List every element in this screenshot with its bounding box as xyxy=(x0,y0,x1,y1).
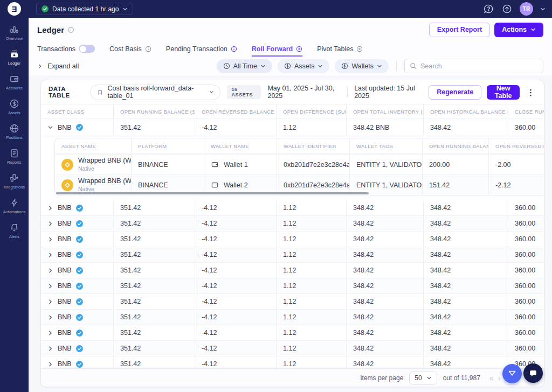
upload-icon[interactable] xyxy=(501,3,513,15)
table-row[interactable]: BNB351.42-4.121.12348.42348.42360.00 xyxy=(41,310,544,325)
regenerate-button[interactable]: Regenerate xyxy=(429,85,481,100)
table-row[interactable]: BNB351.42-4.121.12348.42348.42360.00 xyxy=(41,294,544,310)
chevron-right-icon[interactable] xyxy=(47,346,53,352)
assets-filter[interactable]: Assets xyxy=(278,59,330,73)
tab-roll-forward[interactable]: Roll Forward xyxy=(252,45,302,57)
chevron-right-icon[interactable] xyxy=(47,205,53,211)
wallet-icon xyxy=(211,160,219,169)
transactions-toggle[interactable] xyxy=(79,45,95,53)
data-status-pill[interactable]: Data collected 1 hr ago xyxy=(36,3,133,15)
asset-class-cell[interactable]: BNB xyxy=(41,341,114,356)
bnb-asset-icon xyxy=(61,159,73,171)
table-row[interactable]: BNB351.42-4.121.12348.42348.42360.00 xyxy=(41,356,544,368)
row-cell: -4.12 xyxy=(195,278,277,293)
actions-button[interactable]: Actions xyxy=(494,23,543,37)
asset-class-cell[interactable]: BNB xyxy=(41,232,114,247)
table-row[interactable]: BNB351.42-4.121.12348.42348.42360.00 xyxy=(41,341,544,356)
table-body: BNB351.42-4.121.12348.42 BNB348.42360.00… xyxy=(41,119,544,368)
app-logo-icon[interactable]: Ǝ xyxy=(8,2,21,16)
row-cell: 348.42 xyxy=(424,310,508,325)
table-row[interactable]: BNB351.42-4.121.12348.42348.42360.00 xyxy=(41,247,544,263)
chevron-right-icon[interactable] xyxy=(47,330,53,336)
asset-class-cell[interactable]: BNB xyxy=(41,247,114,262)
table-row[interactable]: BNB351.42-4.121.12348.42348.42360.00 xyxy=(41,232,544,247)
asset-class-cell[interactable]: BNB xyxy=(41,263,114,278)
date-range: May 01, 2025 - Jul 30, 2025 xyxy=(267,85,341,100)
table-row[interactable]: BNB351.42-4.121.12348.42348.42360.00 xyxy=(41,216,544,232)
table-row-expanded[interactable]: BNB351.42-4.121.12348.42 BNB348.42360.00 xyxy=(41,119,544,136)
filter-fab[interactable] xyxy=(502,364,522,383)
asset-class-cell[interactable]: BNB xyxy=(41,119,114,136)
table-header-row: ASSET CLASSOPEN RUNNING BALANCE (SUM)OPE… xyxy=(41,104,544,119)
tab-pivot-tables[interactable]: Pivot Tables xyxy=(317,45,363,57)
nested-scrollbar[interactable] xyxy=(56,192,369,194)
help-icon[interactable] xyxy=(483,3,494,15)
sidebar-item-automations[interactable]: Automations xyxy=(0,198,29,214)
row-cell: 348.42 xyxy=(424,278,508,293)
column-header: ASSET CLASS xyxy=(41,104,114,118)
row-cell: -4.12 xyxy=(195,294,277,309)
row-cell: 348.42 xyxy=(424,356,508,368)
sidebar-item-accounts[interactable]: Accounts xyxy=(0,74,29,90)
sidebar-item-overview[interactable]: Overview xyxy=(0,24,29,41)
wallets-filter[interactable]: Wallets xyxy=(335,59,389,73)
expand-all-button[interactable]: Expand all xyxy=(37,62,79,70)
chevron-right-icon[interactable] xyxy=(47,236,53,242)
chevron-right-icon[interactable] xyxy=(47,299,53,305)
sidebar-item-ledger[interactable]: Ledger xyxy=(0,49,29,66)
assets-count-badge: 16 ASSETS xyxy=(227,85,261,99)
chevron-right-icon[interactable] xyxy=(47,268,53,274)
account-chevron-icon[interactable] xyxy=(540,6,546,12)
asset-class-cell[interactable]: BNB xyxy=(41,356,114,368)
asset-class-cell[interactable]: BNB xyxy=(41,325,114,340)
row-cell: -4.12 xyxy=(195,263,277,278)
chevron-right-icon[interactable] xyxy=(47,314,53,320)
avatar[interactable]: TR xyxy=(520,2,533,16)
first-page-button[interactable]: « xyxy=(489,374,494,382)
table-row[interactable]: BNB351.42-4.121.12348.42348.42360.00 xyxy=(41,325,544,341)
table-select-value: Cost basis roll-forward_data-table_01 xyxy=(108,85,205,100)
asset-class-cell[interactable]: BNB xyxy=(41,200,114,215)
tab-label: Cost Basis xyxy=(109,45,142,53)
sidebar-item-integrations[interactable]: Integrations xyxy=(0,173,29,190)
chevron-right-icon[interactable] xyxy=(47,221,53,227)
sidebar-item-label: Overview xyxy=(6,36,23,41)
sidebar-item-reports[interactable]: Reports xyxy=(0,148,29,165)
row-cell: 360.00 xyxy=(508,200,544,215)
chevron-right-icon[interactable] xyxy=(47,283,53,289)
asset-class-cell[interactable]: BNB xyxy=(41,310,114,325)
asset-class-cell[interactable]: BNB xyxy=(41,278,114,293)
nested-row[interactable]: Wrapped BNB (WBN...NativeBINANCEWallet 1… xyxy=(55,154,544,174)
asset-class-cell[interactable]: BNB xyxy=(41,216,114,231)
column-header: CLOSE RUNNING BALANCE (SUM) xyxy=(508,104,544,118)
asset-class-cell[interactable]: BNB xyxy=(41,294,114,309)
chevron-down-icon[interactable] xyxy=(47,124,53,130)
sidebar-item-assets[interactable]: Assets xyxy=(0,99,29,115)
table-row[interactable]: BNB351.42-4.121.12348.42348.42360.00 xyxy=(41,263,544,278)
chevron-right-icon[interactable] xyxy=(47,252,53,258)
nested-column-header: ASSET NAME xyxy=(55,138,132,153)
tab-cost-basis[interactable]: Cost Basis xyxy=(109,45,151,57)
new-table-button[interactable]: New Table xyxy=(487,85,520,100)
chevron-down-icon xyxy=(209,89,214,95)
page-size-select[interactable]: 50 xyxy=(409,372,437,384)
tab-transactions[interactable]: Transactions xyxy=(37,45,95,57)
funnel-icon xyxy=(507,369,517,379)
tabs-row: Transactions Cost Basis Pending Transact… xyxy=(29,41,552,57)
table-select[interactable]: Cost basis roll-forward_data-table_01 xyxy=(90,85,220,100)
chevron-right-icon[interactable] xyxy=(47,361,53,367)
table-row[interactable]: BNB351.42-4.121.12348.42348.42360.00 xyxy=(41,278,544,294)
time-filter[interactable]: All Time xyxy=(217,59,272,73)
chat-fab[interactable] xyxy=(523,363,543,383)
asset-label: BNB xyxy=(58,313,72,321)
kebab-menu-icon[interactable]: ⋮ xyxy=(525,88,536,96)
verified-badge-icon xyxy=(76,330,83,337)
row-cell: 351.42 xyxy=(114,294,195,309)
sidebar-item-alerts[interactable]: Alerts xyxy=(0,222,29,239)
sidebar-item-positions[interactable]: Positions xyxy=(0,123,29,140)
export-report-button[interactable]: Export Report xyxy=(429,23,490,37)
tab-pending-transaction[interactable]: Pending Transaction xyxy=(166,45,237,57)
search-input[interactable] xyxy=(420,62,538,70)
table-row[interactable]: BNB351.42-4.121.12348.42348.42360.00 xyxy=(41,200,544,216)
prev-page-button[interactable]: ‹ xyxy=(498,374,501,382)
